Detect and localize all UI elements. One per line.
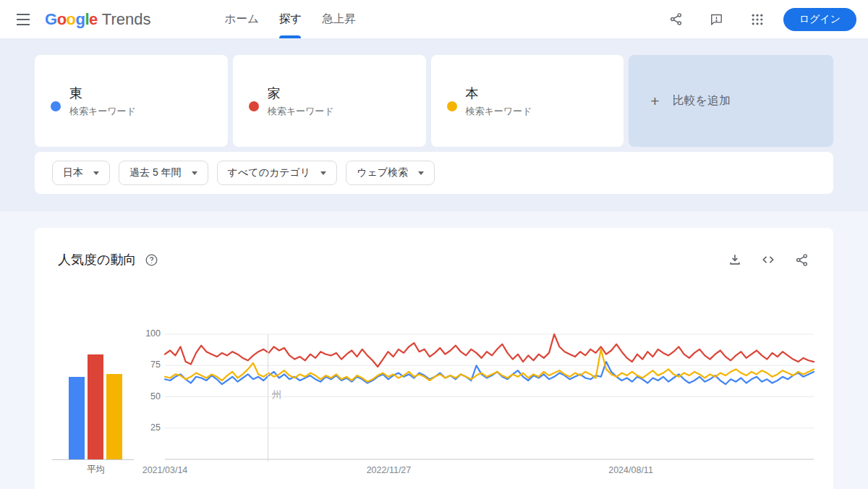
keyword-type-label: 検索キーワード xyxy=(466,105,532,118)
google-apps-button[interactable] xyxy=(743,5,772,34)
feedback-icon xyxy=(710,12,723,26)
feedback-button[interactable] xyxy=(702,5,731,34)
logo-letter: e xyxy=(89,10,98,29)
series-color-dot xyxy=(447,101,457,111)
chevron-down-icon xyxy=(93,171,99,175)
keyword-type-label: 検索キーワード xyxy=(69,105,136,118)
keyword-card-2[interactable]: 家 検索キーワード xyxy=(233,55,426,147)
filter-search-type-dropdown[interactable]: ウェブ検索 xyxy=(346,161,435,185)
crosshair-line xyxy=(268,334,268,462)
chevron-down-icon xyxy=(320,171,326,175)
average-label: 平均 xyxy=(69,464,123,476)
filter-category-label: すべてのカテゴリ xyxy=(228,166,311,179)
logo-letter: o xyxy=(57,10,67,29)
logo-letter: G xyxy=(45,10,57,29)
average-bar-本 xyxy=(106,374,122,459)
tab-trending[interactable]: 急上昇 xyxy=(312,0,366,38)
interest-line-chart[interactable]: 100755025 州 2021/03/142022/11/272024/08/… xyxy=(165,322,814,488)
keyword-type-label: 検索キーワード xyxy=(268,105,334,118)
chevron-down-icon xyxy=(418,171,424,175)
download-icon xyxy=(728,252,742,267)
explore-controls-section: 東 検索キーワード 家 検索キーワード 本 検索キーワード + 比較を追加 日本 xyxy=(0,38,868,211)
app-header: Google Trends ホーム 探す 急上昇 xyxy=(0,0,868,38)
plus-icon: + xyxy=(650,93,659,110)
filter-time-range-dropdown[interactable]: 過去 5 年間 xyxy=(119,161,208,185)
google-apps-icon xyxy=(750,12,765,27)
filter-time-range-label: 過去 5 年間 xyxy=(129,166,182,179)
interest-over-time-card: 人気度の動向 xyxy=(35,228,833,489)
login-button[interactable]: ログイン xyxy=(783,8,856,31)
filter-search-type-label: ウェブ検索 xyxy=(357,166,408,179)
logo-product-name: Trends xyxy=(102,10,151,29)
average-bar-家 xyxy=(88,354,103,459)
logo-letter: g xyxy=(76,10,85,29)
keyword-card-3[interactable]: 本 検索キーワード xyxy=(431,55,624,147)
keyword-title: 東 xyxy=(69,85,136,102)
trends-chart: 平均 100755025 州 2021/03/142022/11/272024/… xyxy=(35,322,833,488)
section-title: 人気度の動向 xyxy=(58,251,136,268)
average-bar-東 xyxy=(69,377,85,459)
logo-letter: o xyxy=(67,10,76,29)
help-button[interactable] xyxy=(145,253,158,267)
series-color-dot xyxy=(51,101,61,111)
add-comparison-label: 比較を追加 xyxy=(673,93,731,109)
series-color-dot xyxy=(249,101,259,111)
bar-axis-line xyxy=(52,459,134,460)
tab-home[interactable]: ホーム xyxy=(215,0,269,38)
keyword-title: 家 xyxy=(268,85,334,102)
tab-label: ホーム xyxy=(225,12,259,27)
average-bars xyxy=(69,354,122,459)
results-section: 人気度の動向 xyxy=(0,211,868,489)
tab-explore[interactable]: 探す xyxy=(269,0,312,38)
filter-category-dropdown[interactable]: すべてのカテゴリ xyxy=(217,161,338,185)
keyword-title: 本 xyxy=(466,85,532,102)
share-chart-button[interactable] xyxy=(792,250,811,269)
chevron-down-icon xyxy=(192,171,197,175)
download-csv-button[interactable] xyxy=(726,250,744,269)
embed-code-icon xyxy=(761,252,775,267)
add-comparison-button[interactable]: + 比較を追加 xyxy=(629,55,833,147)
filter-geo-dropdown[interactable]: 日本 xyxy=(52,161,110,185)
filter-geo-label: 日本 xyxy=(63,166,83,179)
help-icon xyxy=(145,253,158,267)
tab-label: 急上昇 xyxy=(322,12,356,27)
share-icon xyxy=(795,253,809,267)
menu-button[interactable] xyxy=(9,5,38,34)
embed-code-button[interactable] xyxy=(759,250,778,269)
line-plot[interactable] xyxy=(165,334,814,459)
primary-nav: ホーム 探す 急上昇 xyxy=(215,0,366,38)
google-trends-logo[interactable]: Google Trends xyxy=(45,10,151,29)
tab-label: 探す xyxy=(279,12,302,27)
keyword-card-1[interactable]: 東 検索キーワード xyxy=(35,55,228,147)
comparison-cards: 東 検索キーワード 家 検索キーワード 本 検索キーワード + 比較を追加 xyxy=(35,55,833,147)
share-icon xyxy=(669,12,683,26)
share-button[interactable] xyxy=(662,5,691,34)
filter-bar: 日本 過去 5 年間 すべてのカテゴリ ウェブ検索 xyxy=(35,152,833,194)
chart-annotation: 州 xyxy=(272,388,281,401)
